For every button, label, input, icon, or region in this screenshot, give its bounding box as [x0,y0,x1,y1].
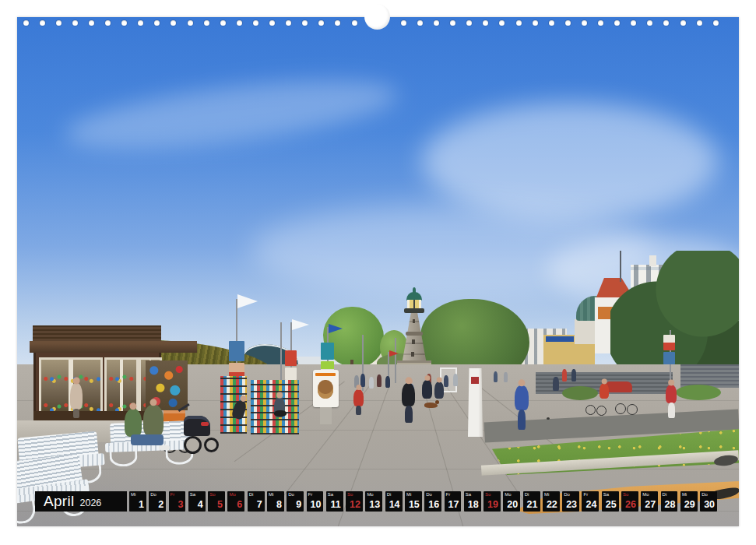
day-number: 4 [198,499,203,510]
pedestrian-navy [434,382,444,399]
year-label: 2026 [80,498,102,508]
binding-hole [434,20,439,26]
day-number: 14 [389,499,400,510]
hanger-hole [364,4,390,30]
pedestrian [360,374,365,387]
weekday-abbr: So [485,492,491,497]
day-number: 16 [428,499,439,510]
binding-hole [516,20,522,26]
day-number: 11 [330,499,340,510]
pedestrian [504,372,508,382]
lamp-post [395,338,396,383]
pedestrian [377,374,382,387]
weekday-abbr: Mi [269,492,273,497]
calendar-day-cell: So19 [483,491,501,512]
cloud [422,103,718,220]
weekday-abbr: Fr [446,492,451,497]
woman-beige-coat [70,383,83,410]
bush [562,386,598,400]
weekday-abbr: Fr [308,492,313,497]
red-flag [389,350,399,357]
calendar-product-page: { "calendar": { "month": "April", "year"… [0,0,756,545]
calendar-day-cell: Mo20 [503,491,520,512]
day-number: 28 [665,499,676,510]
weekday-abbr: So [623,492,628,497]
day-number: 29 [684,499,695,510]
day-number: 13 [369,499,380,510]
pedestrian [453,374,458,386]
weekday-abbr: Fr [171,492,175,497]
calendar-day-cell: Mi29 [680,491,698,512]
ad-board-stand [320,407,332,424]
white-pennant [292,319,309,330]
bench-leg [109,445,139,467]
day-number: 21 [527,499,538,510]
day-number: 10 [311,499,322,510]
lighthouse-ring [406,332,423,336]
blue-flag [329,324,343,333]
info-stele-label [471,377,479,384]
binding-hole [549,20,554,26]
binding-hole [253,20,258,26]
stroller-wheel [204,438,219,452]
white-pants-legs [668,403,675,418]
day-number: 20 [507,499,518,510]
pedestrian-legs [405,406,413,423]
ad-board-headline [315,373,336,376]
pedestrian [571,369,576,382]
bicycle-wheel [585,405,596,415]
month-label-box: April 2026 [35,491,127,512]
binding-hole [565,20,571,26]
poster [285,367,297,380]
bicycle-wheel [596,406,607,416]
day-number: 27 [645,499,656,510]
lighthouse-window [413,319,415,323]
calendar-day-cell: So5 [208,491,225,512]
calendar-day-cell: Sa18 [464,491,481,512]
calendar-day-cell: Di14 [385,491,403,512]
man-blue-tracksuit [515,385,529,410]
day-number: 9 [296,499,301,510]
day-number: 18 [468,499,479,510]
promenade-photo: April 2026 Mi1Do2Fr3Sa4So5Mo6Di7Mi8Do9Fr… [17,17,739,526]
binding-hole [220,20,226,26]
binding-hole [352,20,357,26]
calendar-day-cell: Di28 [661,491,678,512]
binding-hole [269,20,275,26]
weekday-abbr: Mi [406,492,411,497]
calendar-day-cell: Mo27 [641,491,658,512]
binding-hole [56,20,62,26]
weekday-abbr: Mo [505,492,511,497]
calendar-day-cell: Fr17 [445,491,462,512]
day-number: 6 [237,499,242,510]
poster [663,352,675,364]
day-number: 7 [257,499,262,510]
woman-green-jacket-seated [125,409,142,437]
binding-hole [598,20,603,26]
weekday-abbr: Mi [131,492,135,497]
seated-legs-jeans [131,434,164,445]
kiosk-roof-box [33,325,161,341]
binding-hole [105,20,111,26]
day-number: 8 [276,499,282,510]
stroller-red-accent [201,422,209,426]
binding-hole [582,20,587,26]
day-number: 1 [139,499,144,510]
pedestrian-navy [422,380,432,399]
woman-beige-legs [73,409,79,418]
day-number: 15 [409,499,420,510]
poster [229,341,244,361]
red-car [606,382,632,392]
bicycle-wheel [615,403,626,414]
day-number: 12 [350,499,360,510]
pedestrian-legs [356,406,361,415]
pedestrian-red-top-white-pants [666,385,677,403]
pedestrian [385,376,390,388]
binding-hole [417,20,423,26]
binding-hole [401,20,406,26]
lighthouse-gallery [404,308,424,313]
day-number: 26 [625,499,636,510]
bird [547,417,550,420]
man-olive-jacket-seated [143,405,164,436]
calendar-day-cell: Mo13 [365,491,382,512]
